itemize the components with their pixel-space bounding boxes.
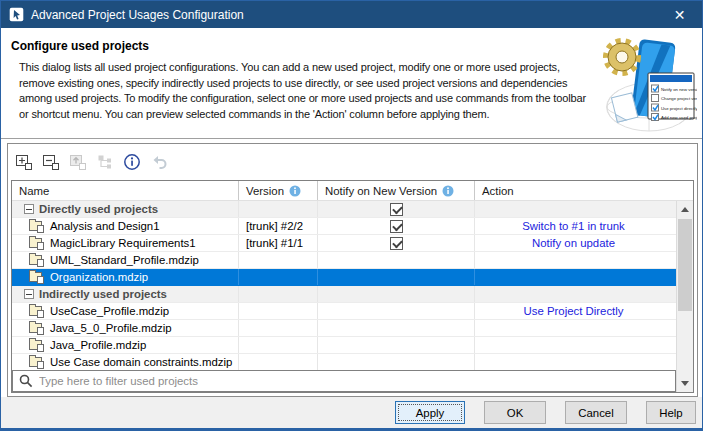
project-dependencies-icon: [96, 153, 114, 171]
project-name: UML_Standard_Profile.mdzip: [50, 254, 199, 266]
add-used-project-icon[interactable]: [15, 153, 33, 171]
project-name: Java_5_0_Profile.mdzip: [50, 322, 172, 334]
project-name: Analysis and Design1: [50, 220, 160, 232]
svg-text:Change project version: Change project version: [661, 96, 697, 101]
vertical-scrollbar[interactable]: [676, 201, 693, 392]
search-icon: [19, 374, 33, 388]
table-row[interactable]: Java_Profile.mdzip: [12, 337, 693, 354]
action-link[interactable]: Use Project Directly: [523, 305, 623, 317]
project-name: Java_Profile.mdzip: [50, 339, 146, 351]
table-row-group-indirect[interactable]: Indirectly used projects: [12, 286, 693, 303]
version-cell: [trunk] #1/1: [238, 235, 317, 251]
filter-input[interactable]: [39, 372, 675, 390]
ok-button[interactable]: OK: [484, 401, 546, 424]
table-row[interactable]: MagicLibrary Requirements1 [trunk] #1/1 …: [12, 235, 693, 252]
project-icon: [29, 306, 42, 316]
gear-icon: [607, 42, 637, 72]
mini-checklist: Notify on new version Change project ver…: [648, 73, 697, 121]
table-row[interactable]: Java_5_0_Profile.mdzip: [12, 320, 693, 337]
description-text: This dialog lists all used project confi…: [19, 60, 591, 122]
project-icon: [29, 238, 42, 248]
toolbar: [8, 144, 697, 179]
close-button[interactable]: ✕: [657, 1, 702, 28]
reset-changes-icon: [150, 153, 168, 171]
project-icon: [29, 221, 42, 231]
project-name: Use Case domain constraints.mdzip: [50, 356, 232, 368]
project-icon: [29, 340, 42, 350]
notify-checkbox[interactable]: [390, 237, 403, 250]
window-title: Advanced Project Usages Configuration: [31, 8, 657, 22]
column-header-name[interactable]: Name: [12, 181, 238, 200]
column-header-version[interactable]: Version: [238, 181, 317, 200]
project-name: MagicLibrary Requirements1: [50, 237, 196, 249]
app-icon: [9, 7, 24, 22]
cancel-button[interactable]: Cancel: [565, 401, 627, 424]
table-row[interactable]: UseCase_Profile.mdzip Use Project Direct…: [12, 303, 693, 320]
help-button[interactable]: Help: [646, 401, 696, 424]
table-row[interactable]: Analysis and Design1 [trunk] #2/2 Switch…: [12, 218, 693, 235]
project-icon: [29, 272, 42, 282]
table-row-group-direct[interactable]: Directly used projects: [12, 201, 693, 218]
svg-text:Add new used project: Add new used project: [661, 115, 697, 120]
button-bar: Apply OK Cancel Help: [1, 397, 702, 428]
remove-used-project-icon[interactable]: [42, 153, 60, 171]
dialog-window: Advanced Project Usages Configuration ✕ …: [0, 0, 703, 431]
collapse-icon[interactable]: [24, 289, 34, 299]
svg-text:Notify on new version: Notify on new version: [661, 87, 697, 92]
svg-text:Use project directly: Use project directly: [661, 106, 697, 111]
scroll-down-icon[interactable]: [677, 376, 693, 391]
project-name: UseCase_Profile.mdzip: [50, 305, 169, 317]
project-icon: [29, 255, 42, 265]
action-link[interactable]: Switch to #1 in trunk: [522, 220, 625, 232]
filter-bar: [12, 370, 676, 392]
table-row[interactable]: UML_Standard_Profile.mdzip: [12, 252, 693, 269]
column-header-notify[interactable]: Notify on New Version: [317, 181, 474, 200]
apply-button[interactable]: Apply: [395, 401, 465, 424]
project-icon: [29, 323, 42, 333]
used-project-info-icon[interactable]: [123, 153, 141, 171]
scroll-up-icon[interactable]: [677, 202, 693, 217]
use-project-directly-icon: [69, 153, 87, 171]
column-header-action[interactable]: Action: [474, 181, 672, 200]
project-icon: [29, 357, 42, 367]
table-row-selected[interactable]: Organization.mdzip: [12, 269, 693, 286]
info-icon[interactable]: [442, 185, 454, 197]
used-projects-illustration: Notify on new version Change project ver…: [595, 31, 697, 135]
table-header: Name Version Notify on New Version: [12, 181, 693, 201]
group-label: Indirectly used projects: [39, 288, 167, 300]
collapse-icon[interactable]: [24, 204, 34, 214]
notify-checkbox[interactable]: [390, 203, 403, 216]
project-name: Organization.mdzip: [50, 271, 148, 283]
action-link[interactable]: Notify on update: [532, 237, 615, 249]
table-row[interactable]: Use Case domain constraints.mdzip: [12, 354, 693, 371]
used-projects-table: Name Version Notify on New Version: [11, 180, 694, 393]
main-panel: Name Version Notify on New Version: [7, 143, 698, 397]
version-cell: [trunk] #2/2: [238, 218, 317, 234]
notify-checkbox[interactable]: [390, 220, 403, 233]
info-icon[interactable]: [289, 185, 301, 197]
scrollbar-thumb[interactable]: [678, 219, 692, 311]
dialog-header: Configure used projects This dialog list…: [1, 28, 702, 139]
title-bar: Advanced Project Usages Configuration ✕: [1, 1, 702, 28]
group-label: Directly used projects: [39, 203, 158, 215]
